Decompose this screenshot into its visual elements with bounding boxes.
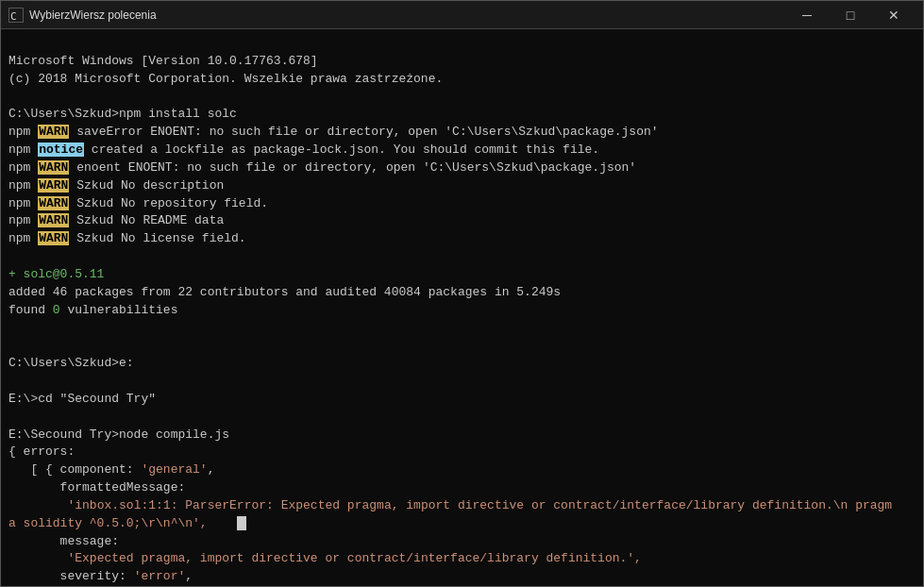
terminal[interactable]: Microsoft Windows [Version 10.0.17763.67… xyxy=(1,29,923,586)
line-12: added 46 packages from 22 contributors a… xyxy=(8,285,561,299)
minimize-button[interactable]: ─ xyxy=(785,1,829,29)
close-button[interactable]: ✕ xyxy=(872,1,916,29)
title-bar-text: WybierzWiersz polecenia xyxy=(29,8,785,22)
svg-text:C: C xyxy=(10,10,17,22)
line-8: npm WARN Szkud No repository field. xyxy=(8,196,268,210)
line-5: npm notice created a lockfile as package… xyxy=(8,143,599,157)
line-17: { errors: xyxy=(8,444,75,459)
line-10: npm WARN Szkud No license field. xyxy=(8,231,246,245)
line-3: C:\Users\Szkud>npm install solc xyxy=(8,107,237,121)
line-11: + solc@0.5.11 xyxy=(8,267,104,281)
line-23: 'Expected pragma, import directive or co… xyxy=(8,551,642,565)
maximize-button[interactable]: □ xyxy=(829,1,872,29)
line-1: Microsoft Windows [Version 10.0.17763.67… xyxy=(8,54,318,68)
line-22: message: xyxy=(8,534,119,548)
line-7: npm WARN Szkud No description xyxy=(8,178,224,193)
line-20: 'inbox.sol:1:1: ParserError: Expected pr… xyxy=(8,498,892,512)
title-bar: C WybierzWiersz polecenia ─ □ ✕ xyxy=(1,1,923,29)
line-19: formattedMessage: xyxy=(8,480,185,495)
line-21: a solidity ^0.5.0;\r\n^\n', xyxy=(8,516,246,530)
title-bar-buttons: ─ □ ✕ xyxy=(785,1,916,29)
line-9: npm WARN Szkud No README data xyxy=(8,213,224,227)
line-14: C:\Users\Szkud>e: xyxy=(8,356,134,370)
line-6: npm WARN enoent ENOENT: no such file or … xyxy=(8,160,636,175)
window: C WybierzWiersz polecenia ─ □ ✕ Microsof… xyxy=(0,0,924,587)
line-15: E:\>cd "Secound Try" xyxy=(8,392,156,406)
line-16: E:\Secound Try>node compile.js xyxy=(8,428,229,442)
line-13: found 0 vulnerabilities xyxy=(8,303,177,317)
line-2: (c) 2018 Microsoft Corporation. Wszelkie… xyxy=(8,72,443,86)
line-4: npm WARN saveError ENOENT: no such file … xyxy=(8,125,659,139)
cmd-icon: C xyxy=(8,8,24,23)
line-18: [ { component: 'general', xyxy=(8,462,214,477)
line-24: severity: 'error', xyxy=(8,569,193,583)
